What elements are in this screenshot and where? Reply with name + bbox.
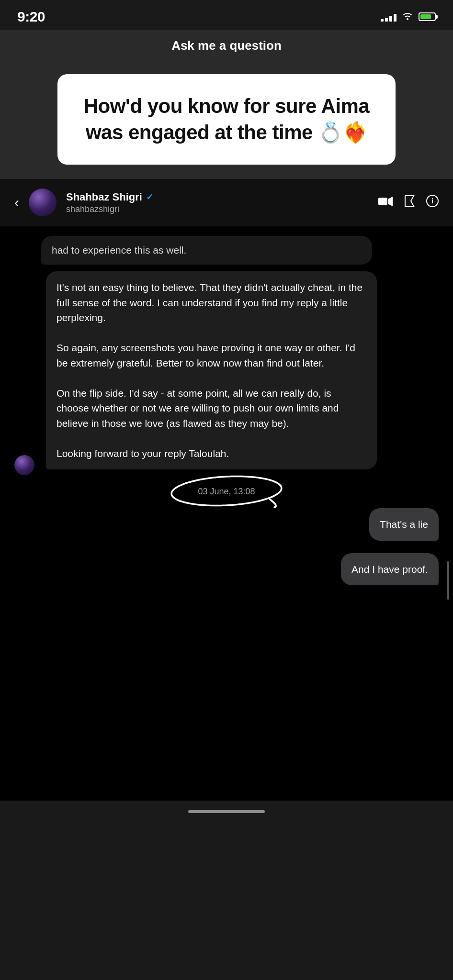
- reply2-row: And I have proof.: [14, 553, 439, 591]
- reply1-bubble: That's a lie: [369, 508, 439, 541]
- battery-icon: [419, 12, 436, 21]
- story-title: Ask me a question: [171, 38, 282, 53]
- timestamp-text: 03 June, 13:08: [188, 485, 264, 499]
- status-icons: [381, 11, 436, 23]
- avatar: [29, 189, 57, 216]
- status-time: 9:20: [17, 9, 45, 25]
- avatar-container: [29, 189, 57, 216]
- dm-actions: i: [378, 195, 439, 211]
- reply1-row: That's a lie: [14, 508, 439, 546]
- info-icon[interactable]: i: [426, 195, 439, 211]
- question-card: How'd you know for sure Aima was engaged…: [57, 74, 396, 165]
- story-header: Ask me a question: [0, 30, 453, 63]
- svg-text:i: i: [431, 197, 433, 205]
- reply2-bubble: And I have proof.: [341, 553, 439, 586]
- back-button[interactable]: ‹: [14, 194, 19, 211]
- timestamp-area: 03 June, 13:08: [14, 485, 439, 499]
- dm-header: ‹ Shahbaz Shigri ✓ shahbazshigri: [0, 179, 453, 226]
- battery-fill: [420, 14, 431, 19]
- wifi-icon: [401, 11, 414, 23]
- sender-avatar: [14, 455, 34, 475]
- scrollbar[interactable]: [447, 561, 449, 600]
- reply2-text: And I have proof.: [351, 564, 428, 575]
- long-message-text: It's not an easy thing to believe. That …: [57, 282, 362, 459]
- messages-container: had to experience this as well. It's not…: [0, 226, 453, 801]
- question-text: How'd you know for sure Aima was engaged…: [81, 93, 372, 145]
- home-indicator: [0, 801, 453, 827]
- flag-icon[interactable]: [404, 195, 415, 211]
- long-message-bubble: It's not an easy thing to believe. That …: [46, 271, 377, 469]
- dm-user-info: Shahbaz Shigri ✓ shahbazshigri: [66, 191, 369, 214]
- svg-rect-0: [378, 198, 387, 205]
- dm-handle: shahbazshigri: [66, 204, 369, 214]
- verified-badge-icon: ✓: [146, 192, 153, 202]
- dm-username: Shahbaz Shigri ✓: [66, 191, 369, 203]
- reply1-text: That's a lie: [380, 519, 428, 530]
- svg-marker-1: [388, 197, 393, 206]
- status-bar: 9:20: [0, 0, 453, 30]
- video-call-icon[interactable]: [378, 195, 393, 210]
- signal-bars-icon: [381, 12, 396, 22]
- message-row-received: It's not an easy thing to believe. That …: [14, 271, 439, 475]
- truncated-message: had to experience this as well.: [41, 236, 372, 265]
